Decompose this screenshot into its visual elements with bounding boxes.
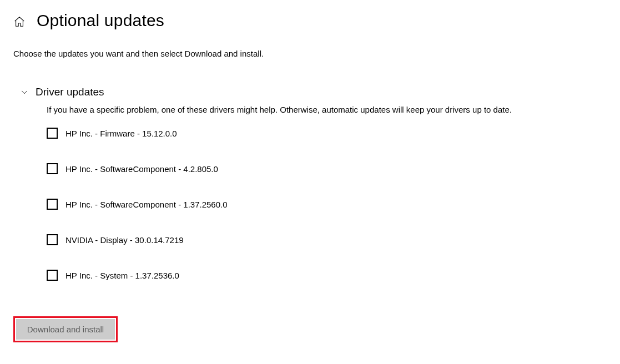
update-label: HP Inc. - Firmware - 15.12.0.0 (65, 129, 177, 138)
update-item: NVIDIA - Display - 30.0.14.7219 (47, 234, 607, 245)
section-title: Driver updates (36, 86, 104, 98)
driver-updates-toggle[interactable]: Driver updates (20, 86, 607, 98)
update-label: HP Inc. - SoftwareComponent - 1.37.2560.… (65, 200, 228, 209)
update-checkbox[interactable] (47, 270, 58, 281)
update-item: HP Inc. - Firmware - 15.12.0.0 (47, 128, 607, 139)
update-checkbox[interactable] (47, 163, 58, 174)
home-icon[interactable] (13, 16, 26, 28)
download-install-button[interactable]: Download and install (16, 319, 115, 340)
highlighted-region: Download and install (13, 316, 118, 342)
update-label: NVIDIA - Display - 30.0.14.7219 (65, 235, 184, 245)
update-list: HP Inc. - Firmware - 15.12.0.0 HP Inc. -… (47, 128, 607, 281)
update-item: HP Inc. - SoftwareComponent - 1.37.2560.… (47, 199, 607, 210)
chevron-down-icon (20, 88, 29, 97)
update-item: HP Inc. - SoftwareComponent - 4.2.805.0 (47, 163, 607, 174)
update-label: HP Inc. - SoftwareComponent - 4.2.805.0 (65, 164, 218, 174)
section-description: If you have a specific problem, one of t… (47, 105, 607, 114)
update-checkbox[interactable] (47, 128, 58, 139)
page-title: Optional updates (37, 11, 164, 30)
update-checkbox[interactable] (47, 199, 58, 210)
update-item: HP Inc. - System - 1.37.2536.0 (47, 270, 607, 281)
update-checkbox[interactable] (47, 234, 58, 245)
instruction-text: Choose the updates you want and then sel… (13, 49, 607, 58)
update-label: HP Inc. - System - 1.37.2536.0 (65, 271, 179, 280)
